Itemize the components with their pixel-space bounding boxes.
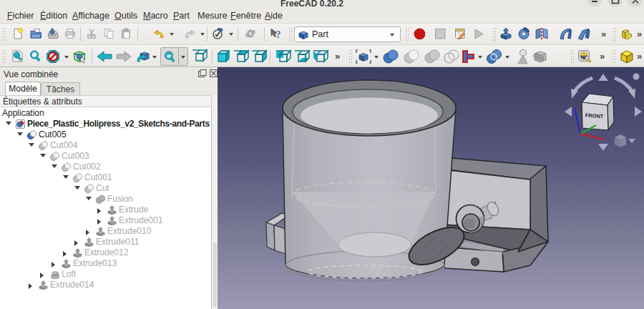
svg-text:?: ? (276, 29, 281, 40)
svg-text:FRONT: FRONT (585, 112, 604, 120)
